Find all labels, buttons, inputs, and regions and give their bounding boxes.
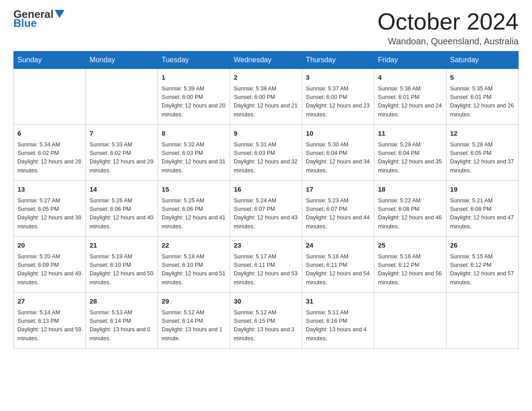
column-header-sunday: Sunday [14, 51, 86, 69]
calendar-week-row: 20Sunrise: 5:20 AMSunset: 6:09 PMDayligh… [14, 237, 519, 293]
calendar-cell: 7Sunrise: 5:33 AMSunset: 6:02 PMDaylight… [86, 125, 158, 181]
logo-arrow-icon [55, 10, 64, 19]
day-info: Sunrise: 5:13 AMSunset: 6:14 PMDaylight:… [90, 308, 154, 343]
day-info: Sunrise: 5:19 AMSunset: 6:10 PMDaylight:… [90, 253, 154, 287]
calendar-week-row: 6Sunrise: 5:34 AMSunset: 6:02 PMDaylight… [14, 125, 519, 181]
calendar-cell: 19Sunrise: 5:21 AMSunset: 6:08 PMDayligh… [446, 181, 519, 237]
day-info: Sunrise: 5:11 AMSunset: 6:16 PMDaylight:… [306, 308, 370, 343]
day-number: 16 [234, 184, 298, 195]
day-info: Sunrise: 5:27 AMSunset: 6:05 PMDaylight:… [17, 197, 82, 231]
calendar-cell: 12Sunrise: 5:28 AMSunset: 6:05 PMDayligh… [446, 125, 519, 181]
day-number: 27 [17, 296, 82, 307]
day-info: Sunrise: 5:39 AMSunset: 6:00 PMDaylight:… [162, 85, 226, 120]
day-number: 20 [17, 240, 82, 251]
day-number: 2 [234, 73, 298, 83]
day-info: Sunrise: 5:24 AMSunset: 6:07 PMDaylight:… [234, 197, 298, 231]
calendar-cell: 18Sunrise: 5:22 AMSunset: 6:08 PMDayligh… [374, 181, 446, 237]
day-number: 12 [450, 128, 515, 139]
calendar-cell: 5Sunrise: 5:35 AMSunset: 6:01 PMDaylight… [446, 69, 519, 125]
day-info: Sunrise: 5:14 AMSunset: 6:13 PMDaylight:… [17, 308, 82, 343]
calendar-cell: 26Sunrise: 5:15 AMSunset: 6:12 PMDayligh… [446, 237, 519, 293]
column-header-saturday: Saturday [446, 51, 519, 69]
column-header-monday: Monday [86, 51, 158, 69]
day-info: Sunrise: 5:25 AMSunset: 6:06 PMDaylight:… [162, 197, 226, 231]
calendar-cell: 17Sunrise: 5:23 AMSunset: 6:07 PMDayligh… [302, 181, 374, 237]
day-number: 30 [234, 296, 298, 307]
location-label: Wandoan, Queensland, Australia [378, 36, 519, 47]
logo-blue-text: Blue [13, 18, 37, 29]
day-info: Sunrise: 5:31 AMSunset: 6:03 PMDaylight:… [234, 141, 298, 176]
calendar-week-row: 1Sunrise: 5:39 AMSunset: 6:00 PMDaylight… [14, 69, 519, 125]
day-number: 23 [234, 240, 298, 251]
day-number: 28 [90, 296, 154, 307]
day-info: Sunrise: 5:21 AMSunset: 6:08 PMDaylight:… [450, 197, 515, 231]
day-info: Sunrise: 5:15 AMSunset: 6:12 PMDaylight:… [450, 253, 515, 287]
day-info: Sunrise: 5:12 AMSunset: 6:15 PMDaylight:… [234, 308, 298, 343]
day-info: Sunrise: 5:23 AMSunset: 6:07 PMDaylight:… [306, 197, 370, 231]
calendar-cell: 13Sunrise: 5:27 AMSunset: 6:05 PMDayligh… [14, 181, 86, 237]
column-header-friday: Friday [374, 51, 446, 69]
day-number: 11 [378, 128, 442, 139]
day-info: Sunrise: 5:17 AMSunset: 6:11 PMDaylight:… [234, 253, 298, 287]
day-info: Sunrise: 5:36 AMSunset: 6:01 PMDaylight:… [378, 85, 442, 120]
month-title: October 2024 [378, 9, 519, 34]
calendar-cell: 23Sunrise: 5:17 AMSunset: 6:11 PMDayligh… [230, 237, 302, 293]
calendar-cell: 30Sunrise: 5:12 AMSunset: 6:15 PMDayligh… [230, 293, 302, 349]
calendar-week-row: 13Sunrise: 5:27 AMSunset: 6:05 PMDayligh… [14, 181, 519, 237]
day-info: Sunrise: 5:20 AMSunset: 6:09 PMDaylight:… [17, 253, 82, 287]
day-number: 1 [162, 73, 226, 83]
calendar-cell [14, 69, 86, 125]
day-info: Sunrise: 5:22 AMSunset: 6:08 PMDaylight:… [378, 197, 442, 231]
calendar-cell: 9Sunrise: 5:31 AMSunset: 6:03 PMDaylight… [230, 125, 302, 181]
day-number: 15 [162, 184, 226, 195]
day-info: Sunrise: 5:30 AMSunset: 6:04 PMDaylight:… [306, 141, 370, 176]
day-info: Sunrise: 5:16 AMSunset: 6:12 PMDaylight:… [378, 253, 442, 287]
day-number: 17 [306, 184, 370, 195]
day-info: Sunrise: 5:26 AMSunset: 6:06 PMDaylight:… [90, 197, 154, 231]
calendar-cell: 8Sunrise: 5:32 AMSunset: 6:03 PMDaylight… [158, 125, 230, 181]
calendar-cell: 16Sunrise: 5:24 AMSunset: 6:07 PMDayligh… [230, 181, 302, 237]
day-number: 18 [378, 184, 442, 195]
day-number: 9 [234, 128, 298, 139]
calendar-cell: 31Sunrise: 5:11 AMSunset: 6:16 PMDayligh… [302, 293, 374, 349]
calendar-cell: 2Sunrise: 5:38 AMSunset: 6:00 PMDaylight… [230, 69, 302, 125]
calendar-cell: 6Sunrise: 5:34 AMSunset: 6:02 PMDaylight… [14, 125, 86, 181]
calendar-cell: 25Sunrise: 5:16 AMSunset: 6:12 PMDayligh… [374, 237, 446, 293]
day-number: 25 [378, 240, 442, 251]
day-info: Sunrise: 5:38 AMSunset: 6:00 PMDaylight:… [234, 85, 298, 120]
day-number: 19 [450, 184, 515, 195]
calendar-cell: 15Sunrise: 5:25 AMSunset: 6:06 PMDayligh… [158, 181, 230, 237]
day-info: Sunrise: 5:32 AMSunset: 6:03 PMDaylight:… [162, 141, 226, 176]
day-number: 7 [90, 128, 154, 139]
calendar-cell: 29Sunrise: 5:12 AMSunset: 6:14 PMDayligh… [158, 293, 230, 349]
day-number: 31 [306, 296, 370, 307]
calendar-cell [374, 293, 446, 349]
day-number: 21 [90, 240, 154, 251]
calendar-cell: 1Sunrise: 5:39 AMSunset: 6:00 PMDaylight… [158, 69, 230, 125]
column-header-tuesday: Tuesday [158, 51, 230, 69]
calendar-cell: 11Sunrise: 5:29 AMSunset: 6:04 PMDayligh… [374, 125, 446, 181]
day-number: 8 [162, 128, 226, 139]
calendar-week-row: 27Sunrise: 5:14 AMSunset: 6:13 PMDayligh… [14, 293, 519, 349]
day-info: Sunrise: 5:12 AMSunset: 6:14 PMDaylight:… [162, 308, 226, 343]
column-header-thursday: Thursday [302, 51, 374, 69]
day-number: 10 [306, 128, 370, 139]
column-header-wednesday: Wednesday [230, 51, 302, 69]
calendar-table: SundayMondayTuesdayWednesdayThursdayFrid… [13, 51, 519, 349]
day-info: Sunrise: 5:33 AMSunset: 6:02 PMDaylight:… [90, 141, 154, 176]
calendar-cell [86, 69, 158, 125]
logo: General Blue [13, 9, 64, 29]
day-number: 24 [306, 240, 370, 251]
calendar-cell: 3Sunrise: 5:37 AMSunset: 6:00 PMDaylight… [302, 69, 374, 125]
title-block: October 2024 Wandoan, Queensland, Austra… [378, 9, 519, 47]
day-number: 26 [450, 240, 515, 251]
calendar-cell: 21Sunrise: 5:19 AMSunset: 6:10 PMDayligh… [86, 237, 158, 293]
page-header: General Blue October 2024 Wandoan, Queen… [13, 9, 519, 47]
day-info: Sunrise: 5:37 AMSunset: 6:00 PMDaylight:… [306, 85, 370, 120]
day-number: 4 [378, 73, 442, 83]
day-number: 13 [17, 184, 82, 195]
calendar-cell: 20Sunrise: 5:20 AMSunset: 6:09 PMDayligh… [14, 237, 86, 293]
day-info: Sunrise: 5:34 AMSunset: 6:02 PMDaylight:… [17, 141, 82, 176]
day-number: 3 [306, 73, 370, 83]
calendar-cell: 10Sunrise: 5:30 AMSunset: 6:04 PMDayligh… [302, 125, 374, 181]
